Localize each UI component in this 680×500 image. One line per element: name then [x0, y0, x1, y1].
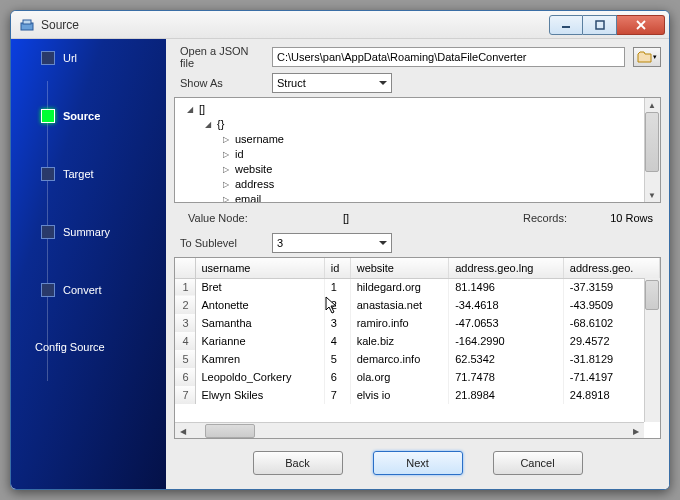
records-label: Records:	[523, 212, 593, 224]
file-path-input[interactable]	[272, 47, 625, 67]
wizard-sidebar: Url Source Target Summary Convert Config…	[11, 39, 166, 489]
sidebar-item-source[interactable]: Source	[31, 109, 166, 123]
data-table[interactable]: username id website address.geo.lng addr…	[174, 257, 661, 439]
table-row[interactable]: 1Bret1hildegard.org81.1496-37.3159	[175, 278, 660, 296]
app-window: Source Url Source Target Summary Convert…	[10, 10, 670, 490]
tree-field[interactable]: email	[235, 192, 261, 203]
sidebar-item-url[interactable]: Url	[31, 51, 166, 65]
table-header-row: username id website address.geo.lng addr…	[175, 258, 660, 278]
col-website[interactable]: website	[350, 258, 448, 278]
titlebar[interactable]: Source	[11, 11, 669, 39]
main-panel: Open a JSON file ▾ Show As Struct ▲ ▼ ◢	[166, 39, 669, 489]
tree-object[interactable]: {}	[217, 117, 224, 132]
back-button[interactable]: Back	[253, 451, 343, 475]
tree-root[interactable]: []	[199, 102, 205, 117]
col-username[interactable]: username	[195, 258, 324, 278]
value-node-label: Value Node:	[182, 212, 266, 224]
scroll-down-icon[interactable]: ▼	[644, 188, 660, 202]
sidebar-item-summary[interactable]: Summary	[31, 225, 166, 239]
folder-open-icon	[637, 50, 653, 64]
records-value: 10 Rows	[593, 212, 653, 224]
to-sublevel-select[interactable]: 3	[272, 233, 392, 253]
show-as-select[interactable]: Struct	[272, 73, 392, 93]
tree-field[interactable]: username	[235, 132, 284, 147]
table-vscrollbar[interactable]	[644, 278, 660, 422]
tree-field[interactable]: website	[235, 162, 272, 177]
table-row[interactable]: 5Kamren5demarco.info62.5342-31.8129	[175, 350, 660, 368]
table-row[interactable]: 3Samantha3ramiro.info-47.0653-68.6102	[175, 314, 660, 332]
sidebar-item-convert[interactable]: Convert	[31, 283, 166, 297]
tree-scrollbar[interactable]: ▲ ▼	[644, 98, 660, 202]
col-id[interactable]: id	[324, 258, 350, 278]
config-source-label: Config Source	[31, 341, 166, 353]
col-geo2[interactable]: address.geo.	[563, 258, 659, 278]
minimize-button[interactable]	[549, 15, 583, 35]
tree-field[interactable]: address	[235, 177, 274, 192]
sidebar-item-target[interactable]: Target	[31, 167, 166, 181]
open-file-label: Open a JSON file	[174, 45, 264, 69]
cancel-button[interactable]: Cancel	[493, 451, 583, 475]
svg-rect-1	[23, 20, 31, 24]
show-as-label: Show As	[174, 77, 264, 89]
table-row[interactable]: 7Elwyn Skiles7elvis io21.898424.8918	[175, 386, 660, 404]
app-icon	[19, 17, 35, 33]
close-button[interactable]	[617, 15, 665, 35]
svg-rect-3	[596, 21, 604, 29]
table-hscrollbar[interactable]: ◀ ▶	[175, 422, 644, 438]
scroll-up-icon[interactable]: ▲	[644, 98, 660, 112]
value-node-value: []	[266, 212, 426, 224]
json-tree[interactable]: ▲ ▼ ◢[] ◢{} ▷username ▷id ▷website ▷addr…	[174, 97, 661, 203]
next-button[interactable]: Next	[373, 451, 463, 475]
to-sublevel-label: To Sublevel	[174, 237, 264, 249]
browse-button[interactable]: ▾	[633, 47, 661, 67]
table-row[interactable]: 2Antonette2anastasia.net-34.4618-43.9509	[175, 296, 660, 314]
tree-scroll-thumb[interactable]	[645, 112, 659, 172]
window-title: Source	[41, 18, 549, 32]
table-row[interactable]: 4Karianne4kale.biz-164.299029.4572	[175, 332, 660, 350]
maximize-button[interactable]	[583, 15, 617, 35]
col-lng[interactable]: address.geo.lng	[449, 258, 564, 278]
table-row[interactable]: 6Leopoldo_Corkery6ola.org71.7478-71.4197	[175, 368, 660, 386]
tree-field[interactable]: id	[235, 147, 244, 162]
